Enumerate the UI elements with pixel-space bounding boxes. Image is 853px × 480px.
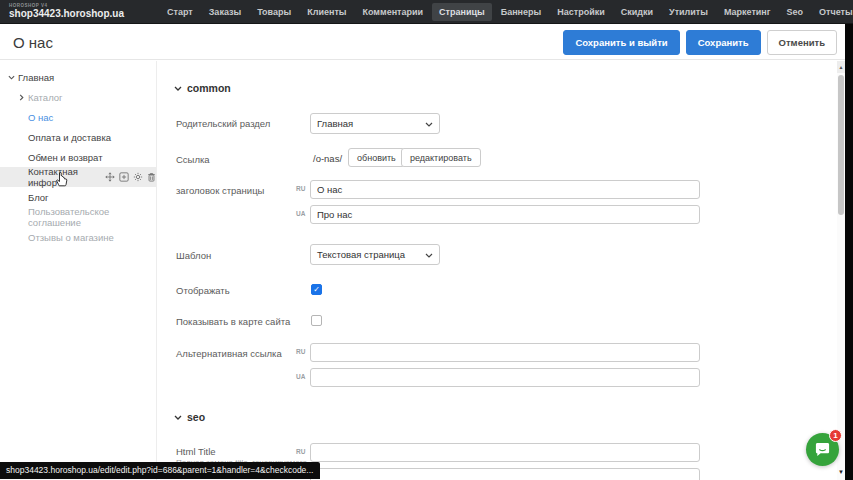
chevron-down-icon	[425, 118, 433, 129]
html-title-ua-input[interactable]	[310, 468, 700, 480]
top-navigation: Старт Заказы Товары Клиенты Комментарии …	[160, 3, 853, 21]
delete-trash-icon[interactable]	[147, 172, 156, 182]
lang-ua-badge: UA	[296, 210, 305, 217]
status-url-tooltip: shop34423.horoshop.ua/edit/edit.php?id=6…	[0, 462, 320, 479]
page-title: О нас	[13, 34, 53, 51]
tree-item-catalog[interactable]: Каталог	[0, 87, 156, 107]
nav-products[interactable]: Товары	[250, 3, 298, 21]
sitemap-checkbox[interactable]	[311, 315, 322, 326]
lang-ru-badge: RU	[296, 185, 305, 192]
html-title-label: Html Title	[176, 446, 216, 457]
vertical-scrollbar[interactable]: ▲ ▼	[837, 61, 845, 480]
nav-reports[interactable]: Отчеты	[812, 3, 853, 21]
section-common-title: common	[187, 82, 231, 94]
tree-item-label: Блог	[28, 192, 49, 203]
display-label: Отображать	[176, 285, 230, 296]
section-seo-title: seo	[187, 411, 205, 423]
save-and-exit-button[interactable]: Сохранить и выйти	[563, 30, 679, 55]
nav-orders[interactable]: Заказы	[202, 3, 248, 21]
nav-pages[interactable]: Страницы	[432, 3, 492, 21]
tree-item-label: Контактная инфор	[28, 166, 100, 188]
section-common-header[interactable]: common	[174, 82, 231, 94]
alt-link-ua-input[interactable]	[310, 368, 700, 387]
page-header: О нас Сохранить и выйти Сохранить Отмени…	[0, 25, 845, 60]
nav-comments[interactable]: Комментарии	[355, 3, 430, 21]
tree-item-label: Оплата и доставка	[28, 132, 111, 143]
tree-item-label: Каталог	[28, 92, 63, 103]
chevron-down-icon[interactable]	[7, 75, 15, 80]
logo[interactable]: HOROSHOP V4 shop34423.horoshop.ua	[9, 4, 124, 20]
drag-move-icon[interactable]	[105, 172, 115, 182]
tree-item-shop-reviews[interactable]: Отзывы о магазине	[0, 227, 156, 247]
cancel-button[interactable]: Отменить	[767, 30, 837, 55]
nav-clients[interactable]: Клиенты	[300, 3, 353, 21]
lang-ru-badge: RU	[296, 348, 305, 355]
link-label: Ссылка	[176, 154, 210, 165]
template-select[interactable]: Текстовая страница	[310, 244, 440, 265]
lang-ua-badge: UA	[296, 373, 305, 380]
page-edit-form: common Родительский раздел Главная Ссылк…	[158, 61, 837, 480]
chevron-down-icon	[174, 415, 182, 420]
scrollbar-thumb[interactable]	[838, 75, 844, 215]
template-label: Шаблон	[176, 250, 211, 261]
parent-section-value: Главная	[317, 118, 353, 129]
right-black-strip	[845, 24, 853, 480]
tree-item-payment-delivery[interactable]: Оплата и доставка	[0, 127, 156, 147]
tree-item-label: Пользовательское соглашение	[28, 206, 156, 228]
chat-bubble-icon	[814, 442, 831, 458]
nav-settings[interactable]: Настройки	[550, 3, 611, 21]
tree-item-exchange-return[interactable]: Обмен и возврат	[0, 147, 156, 167]
chevron-down-icon	[425, 249, 433, 260]
nav-banners[interactable]: Баннеры	[494, 3, 549, 21]
nav-marketing[interactable]: Маркетинг	[717, 3, 778, 21]
logo-shop-domain: shop34423.horoshop.ua	[9, 9, 124, 19]
pages-tree-sidebar: Главная Каталог О нас Оплата и доставка …	[0, 61, 157, 480]
link-value: /o-nas/	[313, 153, 342, 164]
tree-item-label: Главная	[18, 72, 54, 83]
alt-link-ru-input[interactable]	[310, 343, 700, 362]
tree-item-about-us[interactable]: О нас	[0, 107, 156, 127]
nav-discounts[interactable]: Скидки	[614, 3, 660, 21]
sitemap-label: Показывать в карте сайта	[176, 316, 290, 327]
page-title-ua-input[interactable]	[310, 205, 700, 224]
page-title-label: заголовок страницы	[176, 185, 264, 196]
save-button[interactable]: Сохранить	[686, 30, 761, 55]
tree-item-contact-info[interactable]: Контактная инфор	[0, 167, 156, 187]
tree-item-user-agreement[interactable]: Пользовательское соглашение	[0, 207, 156, 227]
nav-utilities[interactable]: Утилиты	[662, 3, 715, 21]
app-window: HOROSHOP V4 shop34423.horoshop.ua Старт …	[0, 0, 853, 480]
html-title-ru-input[interactable]	[310, 443, 700, 462]
lang-ru-badge: RU	[296, 448, 305, 455]
alt-link-label: Альтернативная ссылка	[176, 348, 282, 359]
tree-item-actions	[105, 172, 156, 182]
chat-unread-badge: 1	[829, 429, 842, 442]
topbar: HOROSHOP V4 shop34423.horoshop.ua Старт …	[0, 0, 853, 24]
tree-item-home[interactable]: Главная	[0, 67, 156, 87]
display-checkbox[interactable]: ✓	[311, 284, 322, 295]
section-seo-header[interactable]: seo	[174, 411, 205, 423]
settings-gear-icon[interactable]	[133, 172, 143, 182]
scroll-down-arrow[interactable]: ▼	[837, 466, 845, 478]
parent-section-label: Родительский раздел	[176, 118, 270, 129]
tree-item-label: О нас	[28, 112, 53, 123]
tree-item-label: Отзывы о магазине	[28, 232, 114, 243]
tree-item-blog[interactable]: Блог	[0, 187, 156, 207]
page-title-ru-input[interactable]	[310, 180, 700, 199]
tree-item-label: Обмен и возврат	[28, 152, 103, 163]
scroll-up-arrow[interactable]: ▲	[837, 61, 845, 73]
link-refresh-button[interactable]: обновить	[348, 148, 405, 167]
nav-start[interactable]: Старт	[160, 3, 200, 21]
chat-widget-button[interactable]: 1	[806, 433, 839, 466]
chevron-down-icon	[174, 86, 182, 91]
template-value: Текстовая страница	[317, 249, 405, 260]
parent-section-select[interactable]: Главная	[310, 113, 440, 134]
add-page-icon[interactable]	[119, 172, 129, 182]
link-edit-button[interactable]: редактировать	[401, 148, 481, 167]
header-buttons: Сохранить и выйти Сохранить Отменить	[563, 30, 837, 55]
chevron-right-icon[interactable]	[17, 94, 25, 101]
nav-seo[interactable]: Seo	[780, 3, 811, 21]
